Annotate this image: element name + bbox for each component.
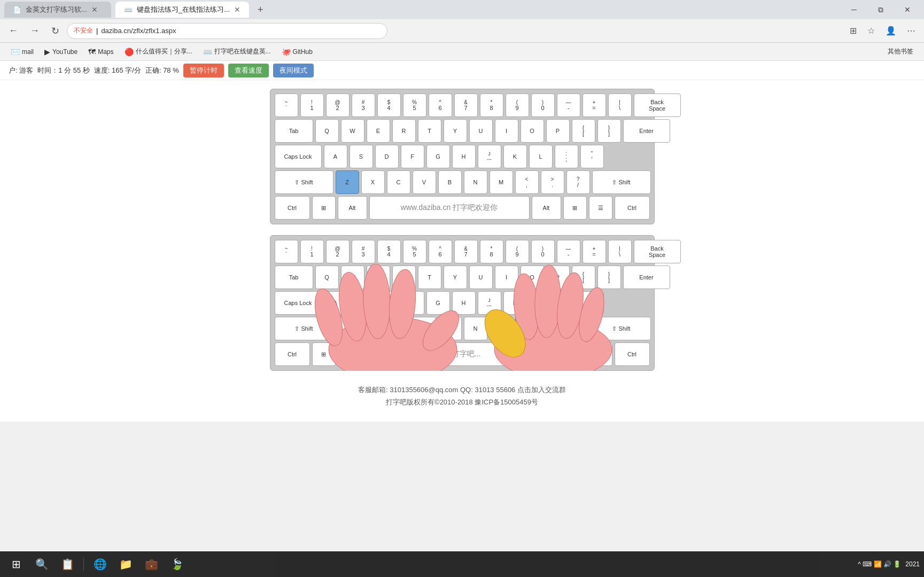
key2-g[interactable]: G <box>426 291 450 315</box>
key2-w[interactable]: W <box>341 266 364 289</box>
key-enter1[interactable]: Enter <box>623 119 670 143</box>
key2-ctrll[interactable]: Ctrl <box>275 342 310 366</box>
night-btn[interactable]: 夜间模式 <box>273 64 314 77</box>
bookmark-typing[interactable]: ⌨️ 打字吧在线键盘英... <box>199 45 275 58</box>
key2-e[interactable]: E <box>367 266 390 289</box>
key-l1[interactable]: L <box>529 145 553 168</box>
key-0[interactable]: )0 <box>531 93 555 117</box>
key2-winr[interactable]: ⊞ <box>563 342 587 366</box>
refresh-btn[interactable]: ↻ <box>47 23 64 39</box>
key-backslash[interactable]: |\ <box>608 93 632 117</box>
settings-btn[interactable]: ⋯ <box>903 24 920 38</box>
key2-period[interactable]: >. <box>541 317 564 340</box>
key2-x[interactable]: X <box>361 317 385 340</box>
key2-8[interactable]: *8 <box>480 240 503 263</box>
key-j1[interactable]: J--- <box>478 145 501 168</box>
key2-c[interactable]: C <box>387 317 410 340</box>
key-backspace1[interactable]: BackSpace <box>634 93 681 117</box>
profile-btn[interactable]: 👤 <box>881 24 900 38</box>
key-space1[interactable]: www.daziba.cn 打字吧欢迎你 <box>369 196 530 220</box>
key2-enter[interactable]: Enter <box>623 266 670 289</box>
key-z1[interactable]: Z <box>336 170 359 194</box>
key-m1[interactable]: M <box>490 170 513 194</box>
key-p1[interactable]: P <box>546 119 570 143</box>
key2-l[interactable]: L <box>529 291 553 315</box>
extensions-btn[interactable]: ⊞ <box>845 24 861 38</box>
bookmark-github[interactable]: 🐙 GitHub <box>277 46 317 58</box>
key-h1[interactable]: H <box>452 145 476 168</box>
key2-j[interactable]: J--- <box>478 291 501 315</box>
key2-shiftr[interactable]: ⇧ Shift <box>592 317 651 340</box>
key-rbracket1[interactable]: }] <box>597 119 621 143</box>
key-period1[interactable]: >. <box>541 170 564 194</box>
key-u1[interactable]: U <box>469 119 493 143</box>
key2-0[interactable]: )0 <box>531 240 555 263</box>
key-tab1[interactable]: Tab <box>275 119 313 143</box>
bookmark-shop[interactable]: 🔴 什么值得买｜分享... <box>120 45 197 58</box>
key-k1[interactable]: K <box>503 145 527 168</box>
key-winr1[interactable]: ⊞ <box>563 196 587 220</box>
bookmark-maps[interactable]: 🗺 Maps <box>84 46 118 58</box>
key2-comma[interactable]: <, <box>515 317 539 340</box>
key2-3[interactable]: #3 <box>352 240 375 263</box>
key-tilde[interactable]: ~` <box>275 93 298 117</box>
key-4[interactable]: $4 <box>377 93 401 117</box>
start-btn[interactable]: ⊞ <box>4 552 28 576</box>
key2-equal[interactable]: += <box>583 240 606 263</box>
key2-rbracket[interactable]: }] <box>597 266 621 289</box>
speed-btn[interactable]: 查看速度 <box>228 64 269 77</box>
key2-altr[interactable]: Alt <box>532 342 561 366</box>
key2-tab[interactable]: Tab <box>275 266 313 289</box>
key-6[interactable]: ^6 <box>429 93 452 117</box>
key2-m[interactable]: M <box>490 317 513 340</box>
key2-o[interactable]: O <box>521 266 544 289</box>
key2-caps[interactable]: Caps Lock <box>275 291 322 315</box>
bookmark-youtube[interactable]: ▶ YouTube <box>40 46 82 58</box>
key2-u[interactable]: U <box>469 266 493 289</box>
key-shiftl1[interactable]: ⇧ Shift <box>275 170 333 194</box>
key2-p[interactable]: P <box>546 266 570 289</box>
key2-r[interactable]: R <box>392 266 416 289</box>
key2-ctrlr[interactable]: Ctrl <box>615 342 650 366</box>
key2-menu[interactable]: ☰ <box>589 342 612 366</box>
office-btn[interactable]: 💼 <box>139 552 163 576</box>
key2-quote[interactable]: "' <box>580 291 604 315</box>
key-7[interactable]: &7 <box>454 93 478 117</box>
key2-z[interactable]: Z <box>336 317 359 340</box>
close-btn[interactable]: ✕ <box>895 0 920 19</box>
key-altl1[interactable]: Alt <box>338 196 367 220</box>
key-g1[interactable]: G <box>426 145 450 168</box>
key2-semicolon[interactable]: :; <box>555 291 578 315</box>
key2-2[interactable]: @2 <box>326 240 350 263</box>
key2-tilde[interactable]: ~` <box>275 240 298 263</box>
key2-6[interactable]: ^6 <box>429 240 452 263</box>
key-backspace2[interactable]: BackSpace <box>634 240 681 263</box>
key-1[interactable]: !1 <box>300 93 324 117</box>
key-shiftr1[interactable]: ⇧ Shift <box>592 170 651 194</box>
key2-s[interactable]: S <box>350 291 373 315</box>
key-comma1[interactable]: <, <box>515 170 539 194</box>
key2-lbracket[interactable]: {[ <box>572 266 595 289</box>
key-minus[interactable]: —- <box>557 93 580 117</box>
key-r1[interactable]: R <box>392 119 416 143</box>
key2-altl[interactable]: Alt <box>338 342 367 366</box>
key-9[interactable]: (9 <box>506 93 529 117</box>
key-ctrll1[interactable]: Ctrl <box>275 196 310 220</box>
key-a1[interactable]: A <box>324 145 347 168</box>
key2-1[interactable]: !1 <box>300 240 324 263</box>
key-menu1[interactable]: ☰ <box>589 196 612 220</box>
key-d1[interactable]: D <box>375 145 399 168</box>
key2-backslash[interactable]: |\ <box>608 240 632 263</box>
forward-btn[interactable]: → <box>26 23 44 38</box>
favorites-btn[interactable]: ☆ <box>863 24 879 38</box>
back-btn[interactable]: ← <box>4 23 22 38</box>
key-w1[interactable]: W <box>341 119 364 143</box>
key2-space[interactable]: daziba.cn 打字吧... <box>369 342 530 366</box>
key2-d[interactable]: D <box>375 291 399 315</box>
bookmark-mail[interactable]: ✉️ mail <box>6 46 38 58</box>
key-y1[interactable]: Y <box>444 119 467 143</box>
key2-minus[interactable]: —- <box>557 240 580 263</box>
key2-5[interactable]: %5 <box>403 240 426 263</box>
key2-q[interactable]: Q <box>315 266 339 289</box>
key-t1[interactable]: T <box>418 119 441 143</box>
